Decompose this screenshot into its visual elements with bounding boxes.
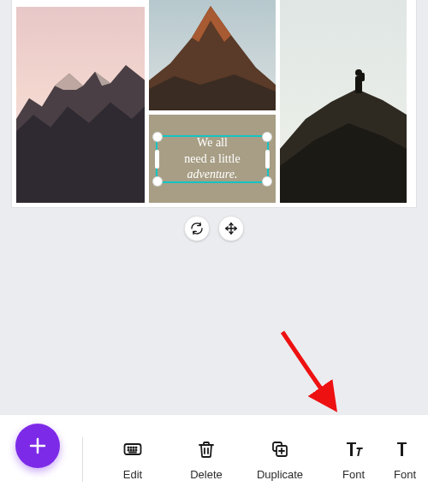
image-volcano-center[interactable] (149, 0, 276, 110)
svg-point-18 (135, 449, 136, 450)
tool-font-extra[interactable]: Font (390, 415, 425, 504)
tool-label: Delete (190, 468, 223, 481)
add-button[interactable] (15, 424, 60, 468)
rotate-icon (190, 222, 204, 235)
move-icon (224, 222, 238, 235)
image-mountain-left[interactable] (16, 7, 145, 203)
resize-handle-right[interactable] (265, 150, 270, 169)
text-line-2: need a little (184, 151, 240, 168)
tool-duplicate[interactable]: Duplicate (243, 415, 317, 504)
tool-label: Edit (123, 468, 142, 481)
selection-float-controls (184, 216, 244, 241)
bottom-toolbar: Edit Delete Duplicate Font (0, 415, 428, 504)
svg-point-13 (133, 447, 134, 448)
plus-icon (27, 436, 48, 456)
resize-handle-br[interactable] (262, 176, 272, 187)
rotate-button[interactable] (184, 216, 210, 241)
text-element[interactable]: We all need a little adventure. (179, 135, 245, 184)
move-button[interactable] (218, 216, 244, 241)
svg-point-15 (128, 449, 128, 450)
text-selection-frame[interactable]: We all need a little adventure. (156, 135, 269, 183)
resize-handle-tl[interactable] (152, 132, 163, 142)
duplicate-icon (270, 439, 290, 460)
resize-handle-bl[interactable] (152, 176, 163, 187)
annotation-arrow (274, 323, 377, 426)
resize-handle-tr[interactable] (262, 132, 272, 142)
tool-label: Font (342, 468, 365, 481)
toolbar-divider (82, 437, 83, 482)
trash-icon (196, 439, 217, 460)
svg-point-14 (135, 447, 136, 448)
tool-edit[interactable]: Edit (96, 415, 169, 504)
svg-point-17 (133, 449, 134, 450)
tool-label: Duplicate (257, 468, 303, 481)
text-block-tile[interactable]: We all need a little adventure. (149, 115, 276, 203)
text-line-3: adventure. (184, 167, 240, 183)
font-icon (394, 439, 414, 460)
resize-handle-left[interactable] (155, 150, 159, 169)
text-line-1: We all (184, 135, 240, 151)
svg-rect-5 (360, 73, 365, 81)
tool-font[interactable]: Font (317, 415, 390, 504)
svg-point-11 (128, 447, 128, 448)
svg-point-12 (130, 447, 131, 448)
image-slice-top-left[interactable] (16, 0, 145, 3)
svg-point-16 (130, 449, 131, 450)
keyboard-icon (122, 439, 143, 460)
design-canvas[interactable]: We all need a little adventure. (12, 0, 416, 207)
image-hiker-right[interactable] (280, 0, 407, 203)
font-icon (343, 439, 364, 460)
tool-delete[interactable]: Delete (169, 415, 243, 504)
tool-label: Font (394, 468, 419, 481)
